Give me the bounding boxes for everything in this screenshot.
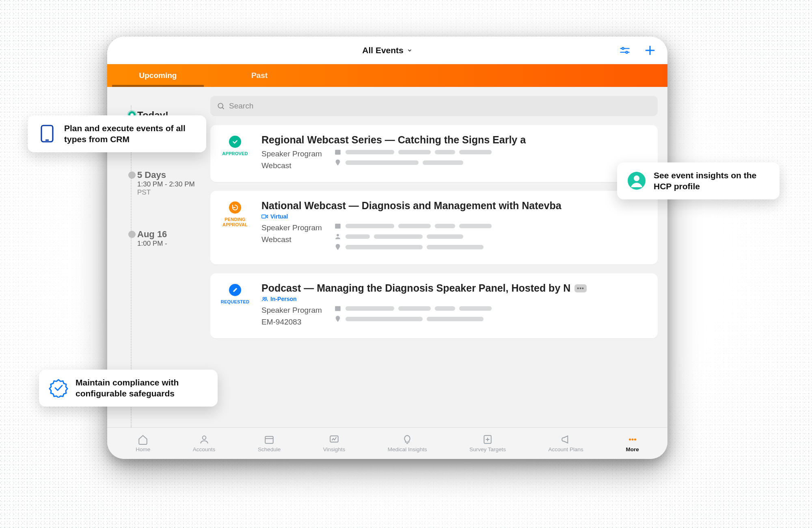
megaphone-icon [561,434,571,445]
svg-point-6 [218,103,223,108]
status-label: APPROVED [222,151,248,156]
top-bar: All Events [107,37,667,64]
timeline-node[interactable]: Aug 16 1:00 PM - [126,229,210,248]
timeline-time: 1:00 PM - [137,240,210,248]
profile-circle-icon [627,171,646,190]
search-placeholder: Search [229,102,253,110]
event-meta: Speaker Program Webcast [261,222,322,254]
callout-plan-events: Plan and execute events of all types fro… [28,115,206,152]
nav-home[interactable]: Home [136,434,150,452]
timeline-time: 1:30 PM - 2:30 PM [137,180,210,188]
top-actions [618,37,657,64]
person-icon [334,233,341,240]
tab-upcoming[interactable]: Upcoming [107,64,209,87]
event-detail-placeholders [334,148,647,171]
event-title: National Webcast — Diagnosis and Managem… [261,200,647,212]
chevron-down-icon [407,48,412,53]
svg-point-12 [337,234,339,236]
nav-schedule[interactable]: Schedule [258,434,281,452]
callout-text: Plan and execute events of all types fro… [64,123,197,145]
event-card[interactable]: APPROVED Regional Webcast Series — Catch… [210,125,658,182]
event-content: Regional Webcast Series — Catching the S… [261,134,647,171]
timeline-node[interactable]: 5 Days 1:30 PM - 2:30 PM PST [126,170,210,197]
calendar-icon [334,305,341,312]
video-icon [261,214,268,219]
callout-compliance: Maintain compliance with configurable sa… [39,370,218,407]
location-icon [334,315,341,322]
schedule-icon [264,434,274,445]
nav-accounts[interactable]: Accounts [193,434,216,452]
event-detail-placeholders [334,222,647,254]
timeline-dot [128,231,136,238]
event-card[interactable]: PENDING APPROVAL National Webcast — Diag… [210,191,658,264]
overflow-badge[interactable]: ••• [574,284,587,292]
calendar-icon [334,148,341,156]
event-mode: In-Person [261,296,647,302]
view-selector[interactable]: All Events [362,45,412,55]
timeline-label: Aug 16 [137,229,210,240]
svg-rect-11 [335,224,341,229]
svg-rect-15 [335,306,341,311]
svg-line-7 [222,108,224,109]
event-status: APPROVED [219,134,251,171]
tabs: Upcoming Past [107,64,667,87]
nav-more[interactable]: More [626,434,639,452]
chart-icon [329,434,339,445]
home-icon [138,434,148,445]
status-label: PENDING APPROVAL [219,217,251,227]
status-requested-icon [229,284,241,296]
accounts-icon [199,434,209,445]
svg-rect-8 [335,150,341,155]
timeline-label: 5 Days [137,170,210,180]
event-title: Podcast — Managing the Diagnosis Speaker… [261,282,647,294]
status-pending-icon [229,201,241,214]
verified-badge-icon [49,378,68,398]
people-icon [261,296,268,301]
survey-icon [482,434,493,445]
bulb-icon [402,434,412,445]
svg-point-29 [634,175,639,181]
svg-marker-10 [266,215,268,218]
svg-rect-9 [262,215,266,218]
tablet-icon [37,124,57,143]
sliders-icon [619,45,631,56]
svg-rect-26 [41,126,53,142]
tab-past[interactable]: Past [209,64,310,87]
event-mode: Virtual [261,213,647,220]
status-approved-icon [229,136,241,148]
event-status: REQUESTED [219,282,251,328]
event-meta: Speaker Program EM-942083 [261,305,322,328]
svg-point-3 [626,51,628,53]
nav-survey-targets[interactable]: Survey Targets [469,434,506,452]
more-icon [627,434,638,445]
timeline-dot [128,171,136,179]
svg-point-14 [265,297,267,299]
event-detail-placeholders [334,305,647,328]
event-content: Podcast — Managing the Diagnosis Speaker… [261,282,647,328]
calendar-icon [334,222,341,229]
callout-event-insights: See event insights on the HCP profile [617,162,780,199]
event-content: National Webcast — Diagnosis and Managem… [261,200,647,254]
view-selector-label: All Events [362,45,404,55]
location-icon [334,243,341,251]
nav-medical-insights[interactable]: Medical Insights [388,434,427,452]
svg-point-25 [634,438,636,440]
event-card[interactable]: REQUESTED Podcast — Managing the Diagnos… [210,273,658,338]
svg-point-24 [631,438,633,440]
nav-vinsights[interactable]: Vinsights [323,434,346,452]
bottom-nav: Home Accounts Schedule Vinsights Medical… [107,427,667,459]
callout-text: See event insights on the HCP profile [654,170,770,192]
event-meta: Speaker Program Webcast [261,148,322,171]
nav-account-plans[interactable]: Account Plans [549,434,583,452]
search-input[interactable]: Search [210,96,658,116]
callout-text: Maintain compliance with configurable sa… [76,377,208,399]
location-icon [334,159,341,166]
tab-label: Upcoming [139,71,177,80]
add-button[interactable] [643,43,657,57]
filter-button[interactable] [618,43,632,57]
tab-label: Past [251,71,268,80]
main-column: Search APPROVED Regional Webcast Series … [210,87,667,427]
svg-point-13 [263,297,264,299]
svg-point-23 [628,438,631,440]
svg-rect-17 [265,436,273,443]
